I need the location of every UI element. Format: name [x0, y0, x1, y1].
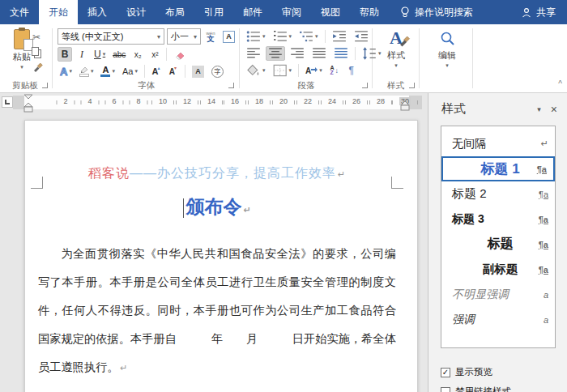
- font-name-value: 等线 (中文正文): [62, 31, 123, 43]
- multilevel-list-button[interactable]: [296, 29, 321, 44]
- clipboard-dialog-launcher[interactable]: [42, 83, 48, 88]
- line-spacing-icon: [362, 47, 377, 60]
- align-right-icon: [290, 47, 305, 60]
- font-dialog-launcher[interactable]: [228, 83, 234, 88]
- italic-button[interactable]: I: [75, 47, 89, 62]
- highlight-color-button[interactable]: [77, 64, 96, 79]
- bold-button[interactable]: B: [58, 47, 72, 62]
- style-item-heading2[interactable]: 标题 2 ¶a: [441, 181, 555, 207]
- enclose-characters-button[interactable]: 字: [209, 64, 226, 79]
- styles-icon: A: [390, 28, 403, 48]
- share-button[interactable]: 共享: [510, 0, 567, 24]
- paragraph-dialog-launcher[interactable]: [362, 83, 368, 88]
- collapse-ribbon-icon[interactable]: ^: [558, 79, 562, 88]
- paint-bucket-icon: [246, 64, 261, 77]
- sort-button[interactable]: A Z ↓: [327, 63, 342, 78]
- numbering-button[interactable]: [271, 29, 295, 44]
- tab-mailings[interactable]: 邮件: [233, 0, 272, 24]
- body-line[interactable]: 件，任何人不得违反。同时，本手册也可作为公司生产加工食品符合: [38, 296, 396, 325]
- font-group-label: 字体: [54, 80, 239, 92]
- change-case-button[interactable]: Aa: [120, 64, 140, 79]
- styles-pane-close-icon[interactable]: ×: [549, 103, 559, 116]
- document-canvas[interactable]: 稻客说——办公技巧分享，提高工作效率↵ 颁布令↵ 为全面贯彻落实《中华人民共和国…: [0, 113, 428, 392]
- body-line[interactable]: 国家规定的依据。本手册自 年 月 日开始实施，希全体: [38, 325, 396, 353]
- tell-me-label: 操作说明搜索: [415, 6, 473, 19]
- disable-linked-checkbox-row[interactable]: 禁用链接样式: [441, 386, 511, 392]
- shading-button[interactable]: [244, 63, 268, 78]
- character-shading-button[interactable]: A: [190, 64, 207, 79]
- superscript-button[interactable]: x²: [147, 47, 162, 62]
- phonetic-guide-button[interactable]: wén 文: [203, 29, 218, 44]
- align-left-button[interactable]: [244, 46, 263, 61]
- tab-design[interactable]: 设计: [117, 0, 156, 24]
- format-painter-button[interactable]: [29, 61, 45, 75]
- shrink-font-button[interactable]: A▾: [166, 64, 181, 79]
- show-hide-marks-button[interactable]: ¶: [344, 63, 359, 78]
- asian-layout-button[interactable]: A: [303, 63, 325, 78]
- bullets-button[interactable]: [244, 29, 268, 44]
- show-preview-checkbox-row[interactable]: ✓ 显示预览: [441, 366, 492, 378]
- lightbulb-icon: [400, 6, 410, 18]
- style-item-emphasis[interactable]: 强调 a: [441, 307, 555, 332]
- strikethrough-button[interactable]: abc: [110, 47, 128, 62]
- tab-help[interactable]: 帮助: [350, 0, 389, 24]
- cut-button[interactable]: ✂: [29, 30, 44, 45]
- checkbox-checked-icon[interactable]: ✓: [441, 368, 450, 377]
- tab-selector[interactable]: [2, 96, 13, 108]
- document-body[interactable]: 为全面贯彻落实《中华人民共和国食品安全法》的要求，公司编 写了本手册。本手册是公…: [38, 240, 396, 382]
- body-line[interactable]: 员工遵照执行。↵: [38, 353, 396, 382]
- tab-view[interactable]: 视图: [311, 0, 350, 24]
- styles-pane-menu-arrow-icon[interactable]: ▾: [529, 105, 549, 113]
- align-right-button[interactable]: [288, 46, 307, 61]
- ruler-bar: 2 4 6 8 10 12 14 16 18 20 22 24 26 28 30: [13, 96, 422, 109]
- font-name-combobox[interactable]: 等线 (中文正文): [58, 28, 164, 45]
- document-page[interactable]: 稻客说——办公技巧分享，提高工作效率↵ 颁布令↵ 为全面贯彻落实《中华人民共和国…: [24, 120, 418, 392]
- paragraph-mark: ↵: [243, 205, 250, 215]
- align-center-button[interactable]: [266, 46, 285, 61]
- tell-me-search[interactable]: 操作说明搜索: [400, 0, 473, 24]
- horizontal-ruler[interactable]: 2 4 6 8 10 12 14 16 18 20 22 24 26 28 30: [0, 93, 428, 113]
- style-item-title[interactable]: 标题 ¶a: [441, 232, 555, 257]
- character-border-button[interactable]: A: [220, 29, 237, 44]
- style-item-subtitle[interactable]: 副标题 ¶a: [441, 257, 555, 282]
- subscript-button[interactable]: x₂: [130, 47, 145, 62]
- document-title[interactable]: 颁布令↵: [38, 194, 396, 219]
- increase-indent-button[interactable]: [352, 29, 371, 44]
- checkbox-unchecked-icon[interactable]: [441, 387, 450, 392]
- style-item-subtle-emphasis[interactable]: 不明显强调 a: [441, 282, 555, 307]
- tab-review[interactable]: 审阅: [272, 0, 311, 24]
- body-line[interactable]: 写了本手册。本手册是公司全体员工进行卫生质量安全管理的制度文: [38, 268, 396, 296]
- eraser-icon: [173, 49, 185, 60]
- style-item-heading1-selected[interactable]: 标题 1 ¶a: [441, 156, 555, 181]
- justify-button[interactable]: [309, 46, 329, 61]
- clear-formatting-button[interactable]: [171, 47, 188, 62]
- style-item-no-spacing[interactable]: 无间隔 ↵: [441, 131, 555, 156]
- font-size-combobox[interactable]: 小一: [167, 28, 201, 45]
- text-effects-button[interactable]: A: [58, 64, 75, 79]
- indent-markers-left[interactable]: [23, 94, 34, 113]
- styles-dialog-launcher[interactable]: [409, 83, 415, 88]
- font-color-button[interactable]: A: [98, 64, 117, 79]
- tab-home[interactable]: 开始: [39, 0, 78, 24]
- ruler-number: 26: [352, 97, 360, 105]
- editing-menu-button[interactable]: 编辑 ▾: [428, 28, 467, 79]
- style-mark: a: [544, 315, 548, 325]
- grow-font-button[interactable]: A▴: [149, 64, 164, 79]
- indent-marker-right[interactable]: [400, 100, 411, 113]
- body-line[interactable]: 为全面贯彻落实《中华人民共和国食品安全法》的要求，公司编: [38, 240, 396, 268]
- copy-button[interactable]: [29, 45, 45, 60]
- underline-button[interactable]: U: [92, 47, 108, 62]
- ruler-number: 24: [328, 97, 336, 105]
- decrease-indent-button[interactable]: [330, 29, 349, 44]
- tab-insert[interactable]: 插入: [78, 0, 117, 24]
- tab-references[interactable]: 引用: [194, 0, 233, 24]
- tab-layout[interactable]: 布局: [156, 0, 194, 24]
- ruler-number: 22: [304, 97, 312, 105]
- document-header-line[interactable]: 稻客说——办公技巧分享，提高工作效率↵: [38, 165, 396, 183]
- style-item-heading3[interactable]: 标题 3 ¶a: [441, 207, 555, 232]
- tab-file[interactable]: 文件: [0, 0, 39, 24]
- styles-gallery-button[interactable]: A 样式 ▾: [377, 27, 415, 77]
- borders-button[interactable]: [271, 63, 295, 78]
- distribute-button[interactable]: [331, 46, 351, 61]
- ruler-number: 16: [231, 97, 239, 105]
